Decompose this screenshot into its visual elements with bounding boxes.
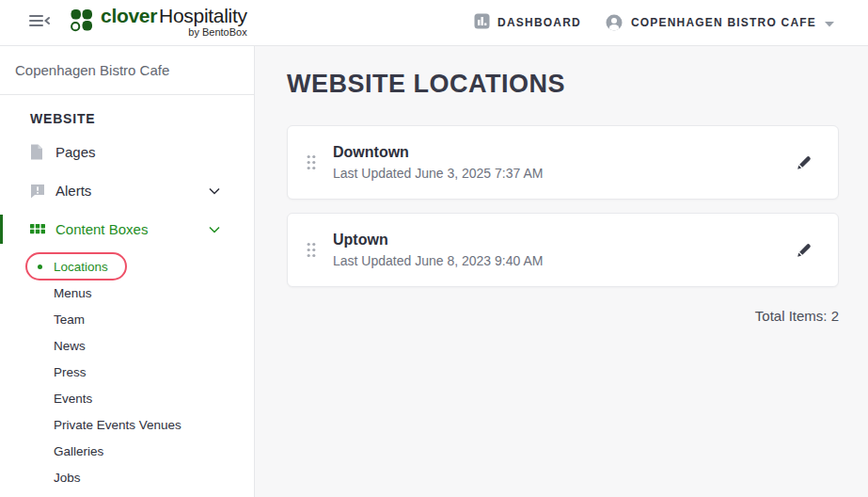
clover-hospitality-logo: cloverHospitality by BentoBox [68,6,247,40]
sidebar-section-website: WEBSITE [30,111,254,126]
logo-byline-text: by BentoBox [188,26,246,38]
location-name: Downtown [333,144,543,161]
sidebar-subitem-news[interactable]: News [0,332,254,359]
edit-location-button[interactable] [795,241,813,260]
dashboard-link[interactable]: DASHBOARD [474,13,581,33]
page-title: WEBSITE LOCATIONS [287,69,839,99]
sidebar-subitem-press[interactable]: Press [0,359,254,385]
logo-brand-text: clover [101,5,157,26]
sidebar-subitem-private-events-venues[interactable]: Private Events Venues [0,411,254,438]
drag-handle-icon[interactable] [307,154,316,170]
sidebar-subitem-label: Team [54,313,85,327]
sidebar: Copenhagen Bistro Cafe WEBSITE Pages [0,46,255,497]
active-bullet-icon [38,265,42,269]
sidebar-subitem-label: Events [54,392,92,406]
dashboard-icon [474,13,497,33]
sidebar-subitem-label: Menus [54,286,92,300]
total-items-label: Total Items: 2 [287,308,839,324]
caret-down-icon [825,14,834,31]
sidebar-item-label: Alerts [55,183,91,199]
top-bar: cloverHospitality by BentoBox DASHBOARD [0,0,868,46]
dashboard-label: DASHBOARD [497,16,581,29]
top-bar-right: DASHBOARD COPENHAGEN BISTRO CAFE [474,13,834,33]
edit-location-button[interactable] [795,153,813,172]
location-card-uptown: Uptown Last Updated June 8, 2023 9:40 AM [287,213,839,287]
active-section-indicator [0,215,3,244]
sidebar-subitem-label: Galleries [54,444,103,458]
page-icon [30,144,46,160]
location-name: Uptown [333,232,543,248]
location-card-downtown: Downtown Last Updated June 3, 2025 7:37 … [287,125,839,200]
sidebar-item-label: Content Boxes [55,221,148,237]
sidebar-item-label: Pages [55,144,96,160]
locations-list: Downtown Last Updated June 3, 2025 7:37 … [287,125,839,287]
sidebar-subitem-galleries[interactable]: Galleries [0,438,254,464]
account-menu[interactable]: COPENHAGEN BISTRO CAFE [606,14,834,31]
sidebar-subitem-label: Jobs [54,471,81,485]
top-bar-left: cloverHospitality by BentoBox [28,6,247,40]
sidebar-subitem-events[interactable]: Events [0,385,254,411]
drag-handle-icon[interactable] [307,242,316,258]
account-avatar-icon [606,14,623,31]
chevron-down-icon[interactable] [209,226,220,233]
sidebar-subitem-label: Locations [54,260,108,274]
chevron-down-icon[interactable] [209,187,220,195]
sidebar-item-pages[interactable]: Pages [0,133,254,171]
sidebar-subitem-label: Press [54,365,87,379]
sidebar-subitem-menus[interactable]: Menus [0,280,254,306]
sidebar-site-name: Copenhagen Bistro Cafe [0,46,254,95]
sidebar-subitem-team[interactable]: Team [0,306,254,332]
pencil-icon [795,241,813,260]
account-label: COPENHAGEN BISTRO CAFE [631,16,816,29]
sidebar-collapse-icon [28,12,51,33]
sidebar-item-alerts[interactable]: Alerts [0,171,254,210]
clover-logo-icon [68,8,96,40]
app-window: cloverHospitality by BentoBox DASHBOARD [0,0,868,497]
grid-icon [30,224,46,234]
alert-bubble-icon [30,184,46,199]
sidebar-subitem-label: Private Events Venues [54,418,181,432]
sidebar-subitem-jobs[interactable]: Jobs [0,464,254,490]
sidebar-item-content-boxes[interactable]: Content Boxes [0,210,254,248]
sidebar-subitem-locations[interactable]: Locations [0,253,254,280]
logo-product-text: Hospitality [159,5,247,26]
sidebar-collapse-button[interactable] [28,12,53,33]
sidebar-nav: Pages Alerts [0,133,254,490]
sidebar-subitem-label: News [54,339,86,353]
location-card-text: Uptown Last Updated June 8, 2023 9:40 AM [333,232,543,268]
location-last-updated: Last Updated June 3, 2025 7:37 AM [333,166,543,181]
logo-text: cloverHospitality by BentoBox [101,6,247,38]
content-boxes-submenu: Locations Menus Team News Press Events P… [0,253,254,490]
location-last-updated: Last Updated June 8, 2023 9:40 AM [333,253,543,268]
pencil-icon [795,153,813,172]
location-card-text: Downtown Last Updated June 3, 2025 7:37 … [333,144,543,181]
main-content: WEBSITE LOCATIONS Downtown [255,46,868,497]
